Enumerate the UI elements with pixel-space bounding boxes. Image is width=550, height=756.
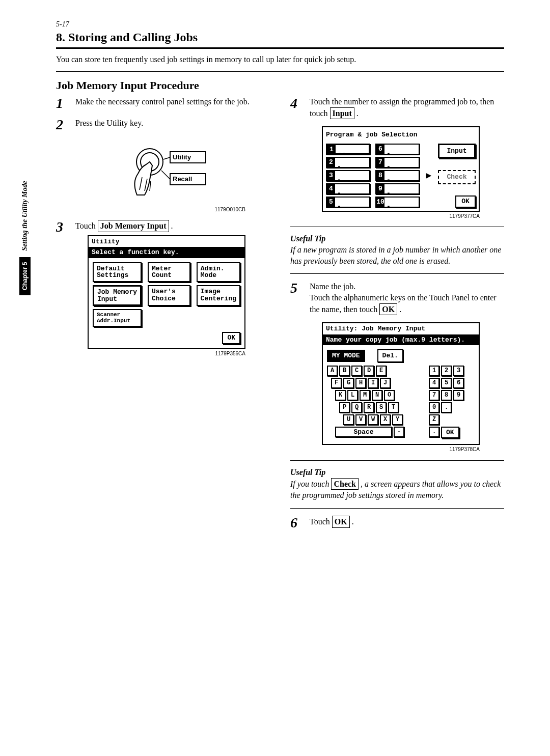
rule-after-step5	[290, 460, 504, 461]
program-ok-button[interactable]: OK	[455, 195, 476, 208]
utility-function-panel: Utility Select a function key. Default S…	[88, 235, 245, 349]
kb-del-button[interactable]: Del.	[377, 349, 403, 362]
key-dot[interactable]: .	[441, 402, 452, 413]
key-dash[interactable]: -	[394, 427, 404, 437]
tip2-body: If you touch Check , a screen appears th…	[290, 478, 504, 501]
kb-ok-button[interactable]: OK	[441, 427, 459, 439]
step-6-before: Touch	[310, 517, 332, 526]
fn-meter-count[interactable]: Meter Count	[148, 262, 190, 282]
key-n[interactable]: N	[372, 390, 382, 401]
step-4-num: 4	[290, 96, 307, 110]
slot-col-left: 1-------- 2-------- 3-------- 4-------- …	[326, 144, 370, 208]
key-h[interactable]: H	[355, 378, 366, 388]
key-g[interactable]: G	[343, 378, 354, 388]
key-t[interactable]: T	[388, 402, 399, 413]
section-title-text: Storing and Calling Jobs	[68, 31, 198, 44]
key-6[interactable]: 6	[453, 378, 464, 388]
key-i[interactable]: I	[368, 378, 378, 388]
key-s[interactable]: S	[376, 402, 387, 413]
tip2-title: Useful Tip	[290, 468, 504, 477]
rule-heavy	[56, 47, 504, 49]
kb-letters: A B C D E F G H	[327, 366, 419, 440]
step-2: 2 Press the Utility key.	[56, 118, 270, 213]
step-5-line1: Name the job.	[310, 281, 504, 292]
key-space[interactable]: Space	[335, 427, 392, 437]
key-2[interactable]: 2	[441, 366, 452, 376]
step-6: 6 Touch OK .	[290, 516, 504, 530]
fn-users-choice[interactable]: User's Choice	[148, 285, 190, 306]
job-memory-input-button-ref: Job Memory Input	[98, 220, 169, 232]
key-z[interactable]: Z	[429, 414, 439, 425]
recall-label: Recall	[173, 175, 192, 183]
key-l[interactable]: L	[347, 390, 358, 401]
key-m[interactable]: M	[360, 390, 370, 401]
key-0[interactable]: 0	[429, 402, 439, 413]
section-title: 8. Storing and Calling Jobs	[56, 31, 504, 44]
step-3-caption: 1179P356CA	[75, 350, 245, 357]
rule-after-tip2	[290, 508, 504, 509]
svg-line-5	[163, 157, 170, 159]
rule-under-intro	[56, 71, 504, 72]
step-5-caption: 1179P378CA	[310, 446, 480, 453]
key-r[interactable]: R	[364, 402, 374, 413]
kb-display: MY MODE	[327, 350, 365, 362]
program-job-panel: Program & job Selection 1-------- 2-----…	[322, 126, 480, 212]
key-3[interactable]: 3	[453, 366, 464, 376]
slot-5[interactable]: 5--------	[326, 197, 370, 208]
input-button-ref: Input	[330, 107, 354, 120]
key-k[interactable]: K	[335, 390, 346, 401]
key-w[interactable]: W	[368, 414, 378, 425]
step-3-after: .	[169, 221, 173, 230]
step-4: 4 Touch the number to assign the program…	[290, 96, 504, 219]
program-input-button[interactable]: Input	[438, 144, 476, 159]
page-ref: 5-17	[56, 20, 504, 29]
key-v[interactable]: V	[355, 414, 366, 425]
check-button-ref: Check	[331, 478, 359, 490]
step-5-num: 5	[290, 281, 307, 295]
side-tab: Setting the Utility Mode Chapter 5	[19, 181, 31, 295]
program-check-button[interactable]: Check	[438, 170, 476, 184]
key-5[interactable]: 5	[441, 378, 452, 388]
step-3-num: 3	[56, 220, 72, 234]
key-q[interactable]: Q	[351, 402, 362, 413]
key-u[interactable]: U	[343, 414, 354, 425]
key-p[interactable]: P	[339, 402, 350, 413]
key-j[interactable]: J	[380, 378, 391, 388]
step-1-text: Make the necessary control panel setting…	[75, 96, 270, 107]
ok-button-ref-1: OK	[379, 303, 397, 316]
keyboard-panel: Utility: Job Memory Input Name your copy…	[322, 322, 480, 445]
key-f[interactable]: F	[331, 378, 342, 388]
key-b[interactable]: B	[339, 366, 350, 376]
svg-line-6	[161, 171, 170, 179]
utility-key-illustration: Utility Recall	[122, 134, 224, 205]
key-y[interactable]: Y	[392, 414, 403, 425]
step-1: 1 Make the necessary control panel setti…	[56, 96, 270, 110]
fn-job-memory-input[interactable]: Job Memory Input	[93, 285, 142, 306]
key-o[interactable]: O	[384, 390, 395, 401]
utility-panel-ok[interactable]: OK	[222, 332, 240, 344]
key-1[interactable]: 1	[429, 366, 439, 376]
fn-scanner-addr-input[interactable]: Scanner Addr.Input	[93, 309, 142, 327]
key-7[interactable]: 7	[429, 390, 439, 401]
step-5: 5 Name the job. Touch the alphanumeric k…	[290, 281, 504, 453]
key-8[interactable]: 8	[441, 390, 452, 401]
intro-text: You can store ten frequently used job se…	[56, 55, 504, 64]
key-x[interactable]: X	[380, 414, 391, 425]
slot-10[interactable]: 10--------	[375, 197, 420, 208]
key-9[interactable]: 9	[453, 390, 464, 401]
rule-after-tip1	[290, 273, 504, 274]
key-4[interactable]: 4	[429, 378, 439, 388]
fn-image-centering[interactable]: Image Centering	[197, 285, 240, 306]
fn-default-settings[interactable]: Default Settings	[93, 262, 142, 282]
key-dot2[interactable]: .	[429, 427, 439, 437]
key-d[interactable]: D	[364, 366, 374, 376]
ok-button-ref-2: OK	[332, 516, 350, 528]
left-column: 1 Make the necessary control panel setti…	[56, 96, 270, 537]
fn-admin-mode[interactable]: Admin. Mode	[197, 262, 240, 282]
key-e[interactable]: E	[376, 366, 387, 376]
key-c[interactable]: C	[351, 366, 362, 376]
right-column: 4 Touch the number to assign the program…	[290, 96, 504, 537]
slot-col-right: 6-------- 7-------- 8-------- 9-------- …	[375, 144, 420, 208]
tip1-title: Useful Tip	[290, 234, 504, 243]
key-a[interactable]: A	[327, 366, 338, 376]
